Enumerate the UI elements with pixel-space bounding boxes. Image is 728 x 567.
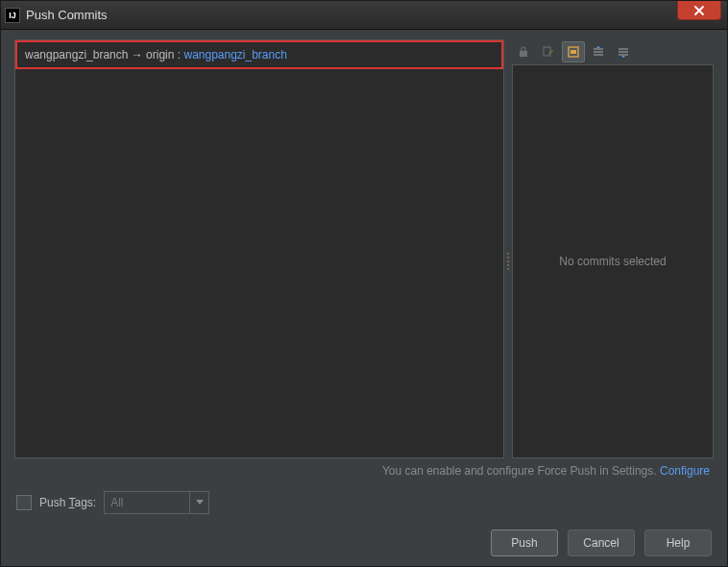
svg-rect-0 [520,51,527,57]
push-button[interactable]: Push [491,530,558,556]
push-tags-checkbox[interactable] [16,495,32,510]
branch-mapping-row[interactable]: wangpangzi_branch → origin : wangpangzi_… [15,40,503,69]
hint-text: You can enable and configure Force Push … [382,464,660,478]
right-column: No commits selected [512,39,714,458]
push-tags-combo[interactable]: All [104,491,209,514]
commits-tree-panel[interactable]: wangpangzi_branch → origin : wangpangzi_… [14,39,504,458]
toolbar-wrap-button[interactable] [562,41,585,62]
splitter-handle[interactable] [507,253,509,270]
diff-preview-panel[interactable]: No commits selected [512,64,714,458]
remote-prefix: origin : [146,48,183,62]
wrap-icon [567,45,580,59]
close-icon [693,5,705,16]
toolbar-lock-button[interactable] [512,41,535,62]
main-area: wangpangzi_branch → origin : wangpangzi_… [14,39,714,458]
toolbar-edit-button[interactable] [537,41,560,62]
combo-value: All [110,496,123,509]
toolbar-collapse-button[interactable] [612,41,635,62]
lock-icon [517,45,530,59]
combo-arrow[interactable] [189,492,208,513]
force-push-hint: You can enable and configure Force Push … [14,458,714,487]
push-commits-dialog: IJ Push Commits wangpangzi_branch → orig… [0,0,728,567]
push-tags-label[interactable]: Push Tags: [39,496,96,509]
empty-state-text: No commits selected [559,255,666,268]
local-branch-label: wangpangzi_branch [25,48,128,62]
svg-rect-3 [570,50,576,54]
chevron-down-icon [196,500,204,505]
edit-icon [542,45,555,59]
arrow-icon: → [132,48,143,62]
close-button[interactable] [677,1,721,20]
help-button[interactable]: Help [644,530,712,556]
titlebar[interactable]: IJ Push Commits [1,1,727,30]
remote-branch-link[interactable]: wangpangzi_branch [183,48,286,62]
collapse-icon [617,45,630,59]
app-icon: IJ [5,8,20,23]
cancel-button[interactable]: Cancel [568,530,635,556]
diff-toolbar [512,39,714,64]
options-row: Push Tags: All [14,487,714,526]
window-title: Push Commits [26,8,108,22]
dialog-content: wangpangzi_branch → origin : wangpangzi_… [1,30,727,566]
toolbar-expand-button[interactable] [587,41,610,62]
expand-icon [592,45,605,59]
configure-link[interactable]: Configure [660,464,710,478]
dialog-buttons: Push Cancel Help [14,526,714,556]
